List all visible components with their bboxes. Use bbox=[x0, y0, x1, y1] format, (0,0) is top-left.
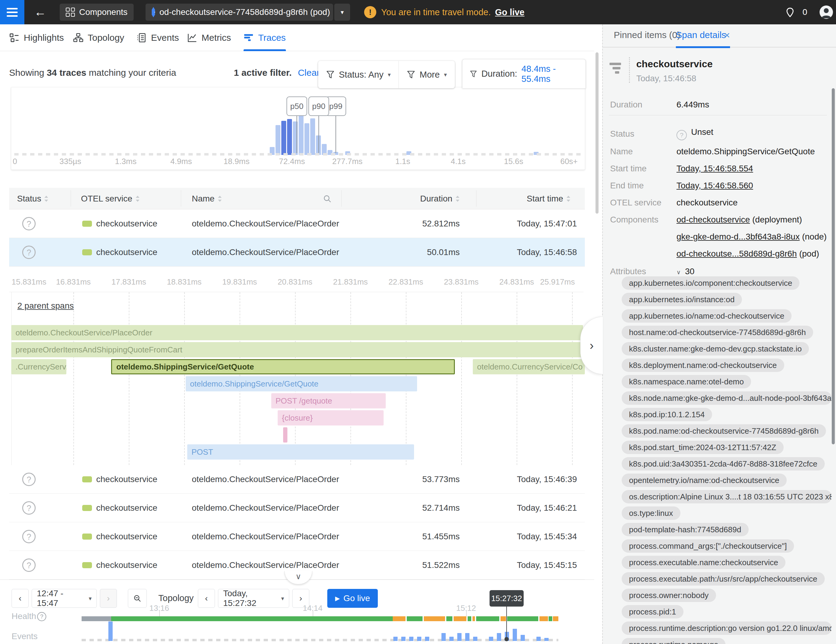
search-icon[interactable] bbox=[323, 194, 332, 203]
attribute-chip[interactable]: k8s.namespace.name:otel-demo bbox=[622, 375, 751, 388]
attribute-chip[interactable]: process.pid:1 bbox=[622, 605, 684, 618]
clear-filters-link[interactable]: Clear bbox=[298, 68, 320, 78]
attribute-chip[interactable]: k8s.cluster.name:gke-demo-dev.gcp.stacks… bbox=[622, 342, 809, 355]
span-bar[interactable] bbox=[283, 427, 287, 442]
attribute-chip[interactable]: os.type:linux bbox=[622, 506, 681, 520]
tab-metrics[interactable]: Metrics bbox=[187, 24, 231, 51]
breadcrumb[interactable]: Components bbox=[60, 4, 134, 21]
attribute-chip[interactable]: process.owner:nobody bbox=[622, 589, 716, 602]
axis-tick-label: 335µs bbox=[59, 157, 81, 166]
sort-icon[interactable] bbox=[456, 196, 460, 202]
sort-icon[interactable] bbox=[218, 196, 222, 202]
component-link-line[interactable]: od-checkoutse...58d689d-g8r6h (pod) bbox=[676, 249, 819, 259]
attribute-chip[interactable]: app.kubernetes.io/component:checkoutserv… bbox=[622, 276, 800, 290]
duration-filter[interactable]: Duration: 48.4ms - 55.4ms bbox=[462, 59, 586, 88]
attribute-chip[interactable]: k8s.pod.name:od-checkoutservice-77458d68… bbox=[622, 424, 826, 438]
attribute-chip[interactable]: process.executable.name:checkoutservice bbox=[622, 556, 785, 569]
component-link-line[interactable]: od-checkoutservice (deployment) bbox=[676, 215, 802, 225]
chevron-down-icon: ▾ bbox=[88, 595, 91, 602]
column-header-name[interactable]: Name bbox=[192, 188, 332, 209]
span-bar[interactable]: oteldemo.CurrencyService/Co bbox=[473, 359, 585, 374]
avatar[interactable] bbox=[820, 5, 833, 19]
span-bar[interactable]: oteldemo.CheckoutService/PlaceOrder bbox=[11, 325, 583, 340]
sort-icon[interactable] bbox=[44, 196, 48, 202]
zoom-out-button[interactable] bbox=[128, 589, 147, 608]
time-marker-line[interactable] bbox=[506, 607, 507, 638]
entity-selector[interactable]: od-checkoutservice-77458d689d-g8r6h (pod… bbox=[145, 4, 333, 21]
tab-events[interactable]: Events bbox=[136, 24, 179, 51]
duration-filter-label: Duration: bbox=[481, 69, 517, 79]
range-prev-button[interactable]: ‹ bbox=[11, 589, 29, 608]
main-scrollbar[interactable] bbox=[596, 52, 599, 214]
table-row[interactable]: ?checkoutserviceoteldemo.CheckoutService… bbox=[9, 522, 585, 551]
duration-filter-value[interactable]: 48.4ms - 55.4ms bbox=[521, 64, 578, 84]
tab-traces[interactable]: Traces bbox=[243, 24, 286, 51]
span-bar[interactable]: oteldemo.ShippingService/GetQuote bbox=[111, 359, 455, 374]
back-arrow-icon[interactable]: ← bbox=[34, 0, 46, 24]
parent-spans-link[interactable]: 2 parent spans bbox=[17, 301, 73, 311]
range-next-button[interactable]: › bbox=[100, 589, 117, 608]
tab-pinned-items[interactable]: Pinned items (0) bbox=[614, 24, 680, 47]
name-label: Name bbox=[610, 147, 633, 157]
attribute-chip[interactable]: opentelemetry.io/name:od-checkoutservice bbox=[622, 474, 787, 487]
p90-marker[interactable]: p90 bbox=[309, 96, 329, 116]
panel-scrollbar[interactable] bbox=[832, 88, 835, 444]
p50-marker[interactable]: p50 bbox=[286, 96, 307, 116]
time-range-dropdown[interactable]: 12:47 - 15:47▾ bbox=[32, 589, 97, 608]
attribute-chip[interactable]: process.executable.path:/usr/src/app/che… bbox=[622, 572, 825, 585]
go-live-button[interactable]: ▶ Go live bbox=[327, 589, 378, 608]
table-row[interactable]: ?checkoutserviceoteldemo.CheckoutService… bbox=[9, 494, 585, 522]
span-bar[interactable]: {closure} bbox=[278, 410, 384, 426]
attribute-chip[interactable]: process.runtime.description:go version g… bbox=[622, 621, 832, 635]
start-time-value[interactable]: Today, 15:46:58.554 bbox=[676, 164, 753, 173]
table-row[interactable]: ?checkoutserviceoteldemo.CheckoutService… bbox=[9, 238, 585, 267]
help-icon[interactable]: ? bbox=[37, 612, 46, 621]
table-row[interactable]: ?checkoutserviceoteldemo.CheckoutService… bbox=[9, 465, 585, 494]
close-icon[interactable]: × bbox=[724, 24, 730, 47]
duration-histogram[interactable]: 0335µs1.3ms4.9ms18.9ms72.4ms277.7ms1.1s4… bbox=[11, 87, 585, 170]
component-link-line[interactable]: gke-gke-demo-d...3bf643a8-i8ux (node) bbox=[676, 232, 826, 242]
table-row[interactable]: ?checkoutserviceoteldemo.CheckoutService… bbox=[9, 209, 585, 238]
span-service-title: checkoutservice bbox=[636, 59, 713, 70]
attributes-toggle[interactable]: ∨30 bbox=[676, 267, 694, 276]
span-bar[interactable]: .CurrencyServ... bbox=[11, 359, 66, 374]
ruler-tick-label: 18.831ms bbox=[167, 277, 202, 287]
attribute-chip[interactable]: host.name:od-checkoutservice-77458d689d-… bbox=[622, 326, 813, 339]
sort-icon[interactable] bbox=[566, 196, 570, 202]
tab-span-details[interactable]: Span details bbox=[676, 24, 726, 47]
go-live-link[interactable]: Go live bbox=[495, 7, 524, 17]
status-filter-button[interactable]: Status: Any▾ bbox=[318, 61, 398, 88]
attribute-chip[interactable]: app.kubernetes.io/name:od-checkoutservic… bbox=[622, 309, 792, 323]
attribute-chip[interactable]: pod-template-hash:77458d689d bbox=[622, 523, 749, 536]
menu-icon[interactable] bbox=[0, 0, 24, 24]
tab-highlights[interactable]: Highlights bbox=[9, 24, 64, 51]
sort-icon[interactable] bbox=[136, 196, 140, 202]
end-time-value[interactable]: Today, 15:46:58.560 bbox=[676, 181, 753, 191]
attribute-chip[interactable]: process.command_args:["./checkoutservice… bbox=[622, 539, 794, 553]
pin-icon[interactable] bbox=[784, 7, 796, 18]
column-header-status[interactable]: Status bbox=[17, 188, 48, 209]
attribute-chip[interactable]: k8s.pod.ip:10.1.2.154 bbox=[622, 408, 712, 421]
time-prev-button[interactable]: ‹ bbox=[198, 589, 215, 608]
column-header-start-time[interactable]: Start time bbox=[527, 188, 570, 209]
entity-dropdown-caret[interactable]: ▾ bbox=[334, 4, 350, 21]
span-bar[interactable]: oteldemo.ShippingService/GetQuote bbox=[186, 376, 417, 391]
span-bar[interactable]: POST bbox=[187, 444, 414, 460]
more-filters-button[interactable]: More▾ bbox=[398, 61, 455, 88]
column-header-otel-service[interactable]: OTEL service bbox=[81, 188, 140, 209]
span-bar[interactable]: prepareOrderItemsAndShippingQuoteFromCar… bbox=[11, 342, 583, 357]
attribute-chip[interactable]: k8s.pod.uid:3a430351-2cda-4d67-8d88-318f… bbox=[622, 457, 825, 471]
span-name-cell: oteldemo.CheckoutService/PlaceOrder bbox=[192, 248, 339, 257]
attribute-chip[interactable]: app.kubernetes.io/instance:od bbox=[622, 293, 742, 306]
attribute-chip[interactable]: k8s.pod.start_time:2024-03-12T11:57:42Z bbox=[622, 441, 784, 454]
attribute-chip[interactable]: k8s.deployment.name:od-checkoutservice bbox=[622, 359, 784, 372]
attribute-chip[interactable]: os.description:Alpine Linux 3....t 18 03… bbox=[622, 490, 832, 504]
datetime-dropdown[interactable]: Today, 15:27:32▾ bbox=[218, 589, 289, 608]
span-bar[interactable]: POST /getquote bbox=[271, 393, 386, 408]
ruler-tick-label: 21.831ms bbox=[333, 277, 368, 287]
column-header-duration[interactable]: Duration bbox=[420, 188, 460, 209]
tab-topology[interactable]: Topology bbox=[73, 24, 124, 51]
attribute-chip[interactable]: process.runtime.name:go bbox=[622, 638, 725, 644]
time-marker-handle[interactable] bbox=[505, 637, 509, 641]
attribute-chip[interactable]: k8s.node.name:gke-gke-demo-d...ault-node… bbox=[622, 391, 832, 405]
